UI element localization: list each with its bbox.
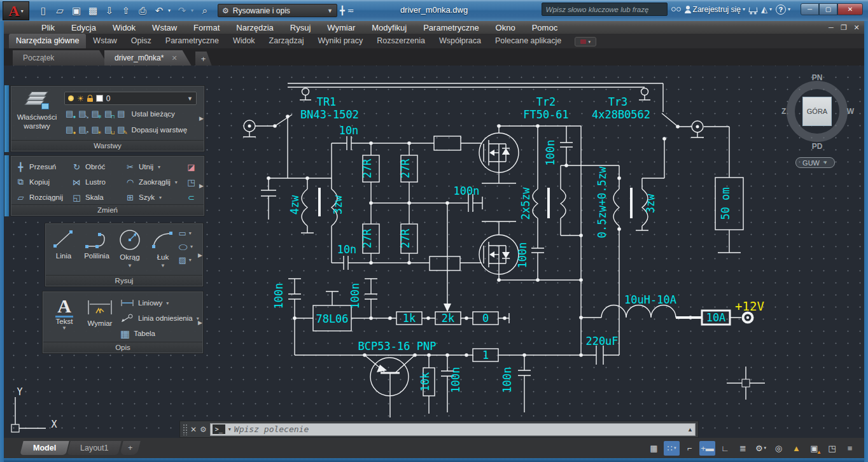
menu-item-4[interactable]: Format xyxy=(185,23,228,32)
close-button[interactable]: ✕ xyxy=(837,3,863,15)
menu-item-9[interactable]: Parametryczne xyxy=(415,23,487,32)
ellipse-button[interactable]: ◯▾ xyxy=(178,242,193,251)
layer-properties-button[interactable]: Właściwości warstwy xyxy=(14,90,60,139)
workspace-switcher[interactable]: ⚙ Rysowanie i opis ▼ xyxy=(218,4,337,17)
customization-menu-button[interactable]: ≡ xyxy=(842,441,858,456)
erase-button[interactable]: ◪ xyxy=(186,162,199,172)
plot-icon[interactable]: ⎙ xyxy=(135,4,150,18)
layer-on-bulb-icon[interactable]: ▤● xyxy=(66,125,73,134)
draw-panel-expand-icon[interactable]: ▶ xyxy=(198,252,202,258)
layer-off-icon[interactable]: ▤● xyxy=(66,109,73,118)
viewcube-south-label[interactable]: PD xyxy=(812,142,823,151)
settings-toggle[interactable]: ⚙▾ xyxy=(753,441,769,456)
snap-mode-toggle[interactable]: ∷▾ xyxy=(664,441,680,456)
ucs-dropdown[interactable]: GUW▼ xyxy=(795,157,835,168)
help-control[interactable]: ?▾ xyxy=(776,4,790,15)
offset-button[interactable]: ⊂ xyxy=(186,193,199,202)
annotation-scale-toggle[interactable]: ▲ xyxy=(788,441,804,456)
app-store-control[interactable] xyxy=(749,7,757,12)
layer-lock-icon[interactable]: ▤⊓ xyxy=(104,109,112,118)
clean-screen-toggle[interactable]: ◳ xyxy=(824,441,840,456)
sheet-set-icon[interactable]: ⌕ xyxy=(197,4,213,18)
explode-button[interactable]: ◳ xyxy=(186,178,199,187)
stretch-button[interactable]: ▱Rozciągnij xyxy=(16,193,72,202)
viewcube-top-face[interactable]: GÓRA xyxy=(802,97,832,126)
lineweight-toggle[interactable]: ≣ xyxy=(735,441,751,456)
menu-item-3[interactable]: Wstaw xyxy=(144,23,185,32)
move-button[interactable]: ╋Przesuń xyxy=(16,162,72,172)
text-button[interactable]: A Tekst ▼ xyxy=(50,297,78,331)
layers-panel-title[interactable]: Warstwy xyxy=(11,140,204,151)
polyline-button[interactable]: Polilinia xyxy=(82,228,111,269)
menu-item-10[interactable]: Okno xyxy=(487,23,524,32)
search-icon[interactable] xyxy=(671,7,681,11)
undo-caret-icon[interactable]: ▾ xyxy=(168,8,173,13)
layer-select-dropdown[interactable]: ☀ 0 ▼ xyxy=(64,92,197,105)
qat-more-icon[interactable]: ≂ xyxy=(347,6,354,15)
ribbon-tab-5[interactable]: Zarządzaj xyxy=(262,34,311,48)
pan-icon[interactable]: ╋ xyxy=(340,6,345,15)
isolate-objects-toggle[interactable]: ◎ xyxy=(771,441,787,456)
undo-icon[interactable]: ↶ xyxy=(151,4,167,18)
copy-button[interactable]: ⧉Kopiuj xyxy=(16,177,72,187)
doc-minimize-icon[interactable]: ─ xyxy=(826,24,836,32)
table-button[interactable]: ▦ Tabela xyxy=(120,326,199,341)
menu-item-11[interactable]: Pomoc xyxy=(524,23,566,32)
polar-tracking-toggle[interactable]: ⌐ xyxy=(682,441,697,456)
redo-caret-icon[interactable]: ▾ xyxy=(191,8,196,13)
dimension-button[interactable]: Wymiar xyxy=(83,298,116,327)
mirror-button[interactable]: ⋈Lustro xyxy=(72,178,125,187)
add-layout-tab[interactable]: + xyxy=(120,441,141,455)
viewcube-east-label[interactable]: W xyxy=(847,107,854,116)
draw-panel-title[interactable]: Rysuj xyxy=(46,275,202,286)
file-tab-add-button[interactable]: + xyxy=(195,52,212,66)
app-menu-button[interactable]: A ▾ xyxy=(3,1,29,20)
set-current-label[interactable]: Ustal bieżący xyxy=(131,110,174,118)
modify-panel-expand-icon[interactable]: ▶ xyxy=(199,183,204,189)
maximize-button[interactable]: ▢ xyxy=(819,3,837,15)
rectangle-button[interactable]: ▭▾ xyxy=(178,228,193,238)
redo-icon[interactable]: ↷ xyxy=(174,4,190,18)
menu-item-7[interactable]: Wymiar xyxy=(319,23,363,32)
help-search-input[interactable]: Wpisz słowo kluczowe lub frazę xyxy=(542,3,668,16)
menu-item-6[interactable]: Rysuj xyxy=(282,23,319,32)
new-file-icon[interactable]: ▯ xyxy=(36,4,51,18)
layer-unisolate-icon[interactable]: ▤↗ xyxy=(78,125,86,134)
menu-item-5[interactable]: Narzędzia xyxy=(228,23,282,32)
save-icon[interactable]: ▣ xyxy=(69,4,84,18)
minimize-button[interactable]: ─ xyxy=(801,3,819,15)
viewcube-north-label[interactable]: PN xyxy=(812,73,823,82)
layer-thaw-sun-icon[interactable]: ▤☀ xyxy=(92,125,99,134)
command-close-icon[interactable]: ✕ xyxy=(190,425,197,434)
doc-restore-icon[interactable]: ❐ xyxy=(839,24,849,32)
sign-in-control[interactable]: Zarejestruj się ▾ xyxy=(685,5,745,14)
ribbon-tab-3[interactable]: Parametryczne xyxy=(158,34,226,48)
ribbon-tab-4[interactable]: Widok xyxy=(226,34,262,48)
doc-close-icon[interactable]: ✕ xyxy=(851,24,862,32)
ribbon-tab-6[interactable]: Wyniki pracy xyxy=(311,34,370,48)
array-button[interactable]: ⊞Szyk▾ xyxy=(125,193,186,202)
viewcube-west-label[interactable]: Z xyxy=(781,107,786,116)
circle-button[interactable]: Okrąg ▼ xyxy=(115,228,144,269)
model-tab[interactable]: Model xyxy=(20,441,69,455)
command-customize-icon[interactable]: ⚙ xyxy=(200,425,207,434)
menu-item-2[interactable]: Widok xyxy=(104,23,144,32)
ribbon-collapse-button[interactable]: ▾ xyxy=(575,37,596,46)
set-current-icon[interactable]: ▤ xyxy=(117,109,125,118)
annotate-panel-expand-icon[interactable]: ▶ xyxy=(198,319,202,326)
grid-display-toggle[interactable]: ▦ xyxy=(646,441,662,456)
command-recent-caret-icon[interactable]: ▾ xyxy=(228,426,231,432)
menu-item-0[interactable]: Plik xyxy=(33,23,63,32)
ribbon-tab-8[interactable]: Współpraca xyxy=(432,34,488,48)
layer-isolate-icon[interactable]: ▤↘ xyxy=(78,109,86,118)
command-dock-grip[interactable] xyxy=(183,424,187,435)
scale-button[interactable]: ◱Skala xyxy=(72,193,125,202)
file-tab-start[interactable]: Początek xyxy=(13,50,108,66)
ribbon-tab-1[interactable]: Wstaw xyxy=(86,34,124,48)
fillet-button[interactable]: ◠Zaokrąglij▾ xyxy=(125,178,186,187)
modify-panel-title[interactable]: Zmień xyxy=(11,204,204,215)
menu-item-8[interactable]: Modyfikuj xyxy=(363,23,415,32)
ribbon-tab-9[interactable]: Polecane aplikacje xyxy=(488,34,568,48)
file-tab-close-icon[interactable]: ✕ xyxy=(171,54,177,62)
command-input[interactable]: >_ ▾ Wpisz polecenie ▲ xyxy=(210,423,696,436)
